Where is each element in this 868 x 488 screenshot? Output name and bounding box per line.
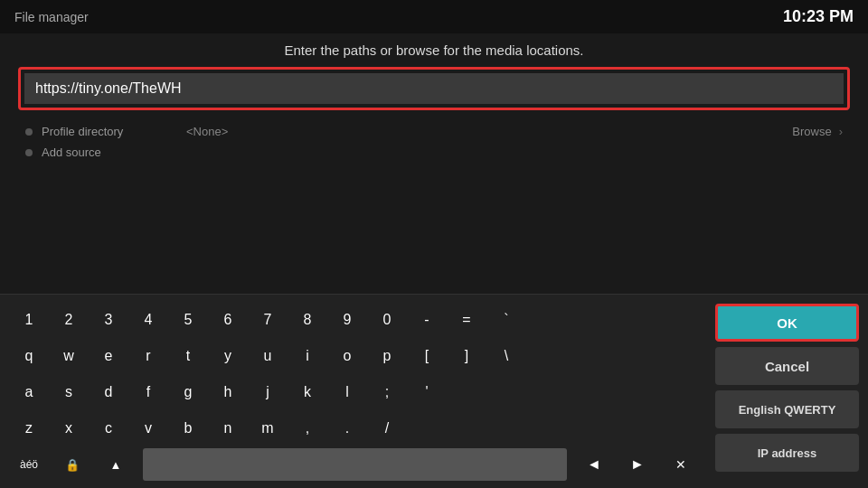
source-rows: Profile directory <None> Browse › Add so… bbox=[18, 119, 850, 164]
key-f[interactable]: f bbox=[128, 376, 168, 408]
key-q[interactable]: q bbox=[9, 340, 49, 372]
key-8[interactable]: 8 bbox=[288, 304, 327, 336]
key-p[interactable]: p bbox=[367, 340, 407, 372]
profile-browse[interactable]: Browse bbox=[792, 125, 831, 138]
key-j[interactable]: j bbox=[248, 376, 288, 408]
kb-bottom-row: àéö 🔒 ▲ ◄ ► ✕ bbox=[9, 448, 701, 481]
key-lock[interactable]: 🔒 bbox=[52, 448, 92, 481]
kb-row-zxcv: z x c v b n m , . / bbox=[9, 412, 701, 445]
row-dot-2 bbox=[25, 149, 33, 156]
key-1[interactable]: 1 bbox=[9, 304, 49, 336]
key-u[interactable]: u bbox=[248, 340, 288, 372]
cancel-button[interactable]: Cancel bbox=[715, 347, 859, 385]
layout-button[interactable]: English QWERTY bbox=[715, 390, 859, 428]
key-m[interactable]: m bbox=[248, 412, 288, 445]
profile-arrow: › bbox=[839, 125, 843, 138]
key-rbracket[interactable]: ] bbox=[447, 340, 486, 372]
kb-row-numbers: 1 2 3 4 5 6 7 8 9 0 - = ` bbox=[9, 304, 701, 336]
right-buttons: OK Cancel English QWERTY IP address bbox=[710, 295, 868, 488]
key-t[interactable]: t bbox=[168, 340, 208, 372]
key-backtick[interactable]: ` bbox=[486, 304, 526, 336]
key-d[interactable]: d bbox=[89, 376, 128, 408]
key-h[interactable]: h bbox=[208, 376, 248, 408]
key-4[interactable]: 4 bbox=[128, 304, 168, 336]
key-5[interactable]: 5 bbox=[168, 304, 208, 336]
key-right[interactable]: ► bbox=[618, 448, 657, 481]
key-lbracket[interactable]: [ bbox=[407, 340, 447, 372]
key-o[interactable]: o bbox=[327, 340, 367, 372]
key-shift[interactable]: ▲ bbox=[96, 448, 136, 481]
key-9[interactable]: 9 bbox=[327, 304, 367, 336]
url-input-wrapper bbox=[18, 67, 850, 110]
key-s[interactable]: s bbox=[49, 376, 89, 408]
clock: 10:23 PM bbox=[783, 7, 854, 26]
bottom-section: 1 2 3 4 5 6 7 8 9 0 - = ` q w e r t y u … bbox=[0, 294, 868, 488]
dialog-instruction: Enter the paths or browse for the media … bbox=[18, 42, 850, 58]
app-title: File manager bbox=[14, 10, 89, 24]
row-dot bbox=[25, 128, 33, 136]
ip-address-button[interactable]: IP address bbox=[715, 434, 859, 472]
add-source-label: Add source bbox=[42, 145, 186, 159]
key-a[interactable]: a bbox=[9, 376, 49, 408]
key-g[interactable]: g bbox=[168, 376, 208, 408]
key-c[interactable]: c bbox=[89, 412, 128, 445]
source-row-add: Add source bbox=[18, 142, 850, 163]
key-y[interactable]: y bbox=[208, 340, 248, 372]
ok-button[interactable]: OK bbox=[715, 304, 859, 342]
url-input[interactable] bbox=[24, 73, 844, 104]
key-6[interactable]: 6 bbox=[208, 304, 248, 336]
key-comma[interactable]: , bbox=[288, 412, 327, 445]
profile-value: <None> bbox=[186, 125, 792, 138]
key-minus[interactable]: - bbox=[407, 304, 447, 336]
key-k[interactable]: k bbox=[288, 376, 327, 408]
key-7[interactable]: 7 bbox=[248, 304, 288, 336]
key-b[interactable]: b bbox=[168, 412, 208, 445]
source-row-profile: Profile directory <None> Browse › bbox=[18, 121, 850, 142]
key-i[interactable]: i bbox=[288, 340, 327, 372]
top-bar: File manager 10:23 PM bbox=[0, 0, 868, 33]
key-x[interactable]: x bbox=[49, 412, 89, 445]
key-r[interactable]: r bbox=[128, 340, 168, 372]
key-slash[interactable]: / bbox=[367, 412, 407, 445]
key-accents[interactable]: àéö bbox=[9, 448, 49, 481]
key-w[interactable]: w bbox=[49, 340, 89, 372]
key-period[interactable]: . bbox=[327, 412, 367, 445]
dialog-area: Enter the paths or browse for the media … bbox=[0, 33, 868, 170]
key-left[interactable]: ◄ bbox=[574, 448, 614, 481]
key-3[interactable]: 3 bbox=[89, 304, 128, 336]
key-quote[interactable]: ' bbox=[407, 376, 447, 408]
key-backspace[interactable]: ✕ bbox=[661, 448, 701, 481]
kb-row-qwerty: q w e r t y u i o p [ ] \ bbox=[9, 340, 701, 372]
kb-row-asdf: a s d f g h j k l ; ' bbox=[9, 376, 701, 408]
key-v[interactable]: v bbox=[128, 412, 168, 445]
key-2[interactable]: 2 bbox=[49, 304, 89, 336]
key-e[interactable]: e bbox=[89, 340, 128, 372]
keyboard-area: 1 2 3 4 5 6 7 8 9 0 - = ` q w e r t y u … bbox=[0, 295, 710, 488]
key-0[interactable]: 0 bbox=[367, 304, 407, 336]
key-semicolon[interactable]: ; bbox=[367, 376, 407, 408]
key-backslash[interactable]: \ bbox=[486, 340, 526, 372]
profile-label: Profile directory bbox=[42, 125, 186, 138]
key-l[interactable]: l bbox=[327, 376, 367, 408]
key-n[interactable]: n bbox=[208, 412, 248, 445]
key-equals[interactable]: = bbox=[447, 304, 486, 336]
key-z[interactable]: z bbox=[9, 412, 49, 445]
key-space[interactable] bbox=[143, 448, 567, 481]
